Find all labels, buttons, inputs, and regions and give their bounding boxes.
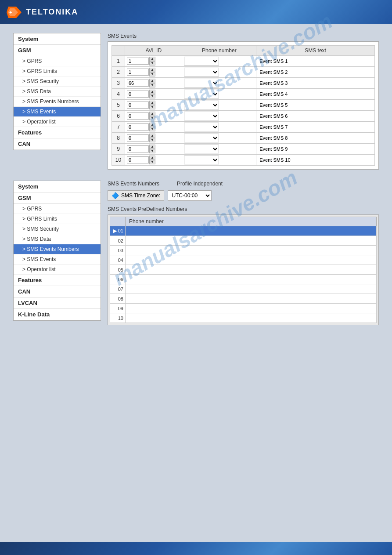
spin-up[interactable]: ▲ — [149, 79, 155, 83]
avl-id-input[interactable] — [127, 134, 149, 141]
list-item[interactable]: 04 — [110, 255, 377, 265]
spin-up[interactable]: ▲ — [149, 145, 155, 149]
sidebar-item-gprs-1[interactable]: > GPRS — [14, 56, 101, 66]
phone-number-value[interactable] — [126, 304, 377, 313]
sidebar-item-gprs-2[interactable]: > GPRS — [14, 204, 101, 214]
spin-up[interactable]: ▲ — [149, 156, 155, 160]
avl-id-input[interactable] — [127, 112, 149, 120]
spin-up[interactable]: ▲ — [149, 90, 155, 94]
spin-down[interactable]: ▼ — [149, 94, 155, 98]
phone-number-value[interactable] — [126, 275, 377, 284]
spin-down[interactable]: ▼ — [149, 149, 155, 153]
list-item[interactable]: 09 — [110, 304, 377, 313]
phone-select[interactable] — [184, 68, 219, 76]
phone-number-cell — [182, 155, 256, 166]
spin-down[interactable]: ▼ — [149, 83, 155, 87]
phone-number-value[interactable] — [126, 313, 377, 323]
phone-select[interactable] — [184, 90, 219, 98]
sidebar-item-sms-events-numbers-1[interactable]: > SMS Events Numbers — [14, 97, 101, 107]
sidebar-item-gprs-limits-1[interactable]: > GPRS Limits — [14, 66, 101, 76]
sidebar-item-sms-security-1[interactable]: > SMS Security — [14, 76, 101, 87]
spin-up[interactable]: ▲ — [149, 68, 155, 72]
spin-up[interactable]: ▲ — [149, 134, 155, 138]
spin-buttons: ▲ ▼ — [149, 145, 155, 153]
content-area: System GSM > GPRS > GPRS Limits > SMS Se… — [0, 24, 392, 542]
sms-text-input[interactable] — [258, 157, 373, 163]
list-item[interactable]: ▶ 01 — [110, 226, 377, 236]
spin-down[interactable]: ▼ — [149, 127, 155, 131]
phone-number-cell — [182, 111, 256, 122]
avl-id-input[interactable] — [127, 102, 149, 109]
arrow-indicator: ▶ — [113, 228, 118, 233]
phone-select[interactable] — [184, 145, 219, 153]
phone-select[interactable] — [184, 156, 219, 164]
avl-input-wrap: ▲ ▼ — [127, 90, 180, 98]
panel1-title: SMS Events — [108, 33, 379, 39]
predefined-th-phone: Phone number — [126, 217, 377, 226]
sidebar-item-sms-data-1[interactable]: > SMS Data — [14, 87, 101, 97]
sms-text-input[interactable] — [258, 124, 373, 130]
spin-down[interactable]: ▼ — [149, 160, 155, 164]
row-num: 7 — [112, 122, 125, 133]
list-item[interactable]: 05 — [110, 265, 377, 275]
list-item[interactable]: 03 — [110, 246, 377, 255]
sms-text-input[interactable] — [258, 102, 373, 108]
spin-up[interactable]: ▲ — [149, 112, 155, 116]
sms-text-cell — [256, 100, 375, 111]
phone-select[interactable] — [184, 57, 219, 65]
sms-text-input[interactable] — [258, 80, 373, 86]
phone-select[interactable] — [184, 134, 219, 142]
spin-down[interactable]: ▼ — [149, 138, 155, 142]
avl-id-input[interactable] — [127, 58, 149, 65]
sidebar-item-sms-events-2[interactable]: > SMS Events — [14, 254, 101, 265]
phone-select[interactable] — [184, 101, 219, 109]
spin-down[interactable]: ▼ — [149, 105, 155, 109]
phone-number-value[interactable] — [126, 294, 377, 304]
phone-select[interactable] — [184, 123, 219, 131]
phone-number-value[interactable] — [126, 246, 377, 255]
sms-text-input[interactable] — [258, 113, 373, 119]
avl-id-input[interactable] — [127, 123, 149, 131]
sms-text-input[interactable] — [258, 69, 373, 75]
spin-up[interactable]: ▲ — [149, 101, 155, 105]
panel2-title1: SMS Events Numbers — [108, 181, 159, 187]
spin-down[interactable]: ▼ — [149, 72, 155, 76]
list-item[interactable]: 08 — [110, 294, 377, 304]
avl-id-input[interactable] — [127, 91, 149, 98]
sms-text-cell — [256, 155, 375, 166]
sidebar-item-sms-events-1[interactable]: > SMS Events — [14, 107, 101, 117]
avl-id-cell: ▲ ▼ — [125, 78, 182, 89]
sidebar-item-gprs-limits-2[interactable]: > GPRS Limits — [14, 214, 101, 224]
predefined-row-num: 02 — [110, 236, 126, 246]
timezone-select[interactable]: UTC-00:00 — [168, 190, 212, 201]
list-item[interactable]: 10 — [110, 313, 377, 323]
spin-up[interactable]: ▲ — [149, 57, 155, 61]
list-item[interactable]: 02 — [110, 236, 377, 246]
avl-id-input[interactable] — [127, 69, 149, 76]
phone-select[interactable] — [184, 112, 219, 120]
list-item[interactable]: 06 — [110, 275, 377, 284]
sms-text-input[interactable] — [258, 135, 373, 141]
sidebar-item-operator-list-1[interactable]: > Operator list — [14, 117, 101, 127]
sidebar-item-sms-events-numbers-2[interactable]: > SMS Events Numbers — [14, 244, 101, 254]
predefined-title: SMS Events PreDefined Numbers — [108, 206, 379, 212]
sms-text-input[interactable] — [258, 58, 373, 64]
spin-down[interactable]: ▼ — [149, 61, 155, 65]
sms-text-input[interactable] — [258, 146, 373, 152]
phone-number-value[interactable] — [126, 255, 377, 265]
sidebar-item-sms-security-2[interactable]: > SMS Security — [14, 224, 101, 234]
phone-select[interactable] — [184, 79, 219, 87]
avl-id-input[interactable] — [127, 145, 149, 152]
avl-id-input[interactable] — [127, 80, 149, 87]
sms-text-input[interactable] — [258, 91, 373, 97]
avl-id-input[interactable] — [127, 156, 149, 163]
spin-down[interactable]: ▼ — [149, 116, 155, 120]
list-item[interactable]: 07 — [110, 284, 377, 294]
sidebar-item-sms-data-2[interactable]: > SMS Data — [14, 234, 101, 244]
sidebar-item-operator-list-2[interactable]: > Operator list — [14, 265, 101, 275]
spin-up[interactable]: ▲ — [149, 123, 155, 127]
phone-number-value[interactable] — [126, 284, 377, 294]
phone-number-value[interactable] — [126, 226, 377, 236]
phone-number-value[interactable] — [126, 236, 377, 246]
phone-number-value[interactable] — [126, 265, 377, 275]
